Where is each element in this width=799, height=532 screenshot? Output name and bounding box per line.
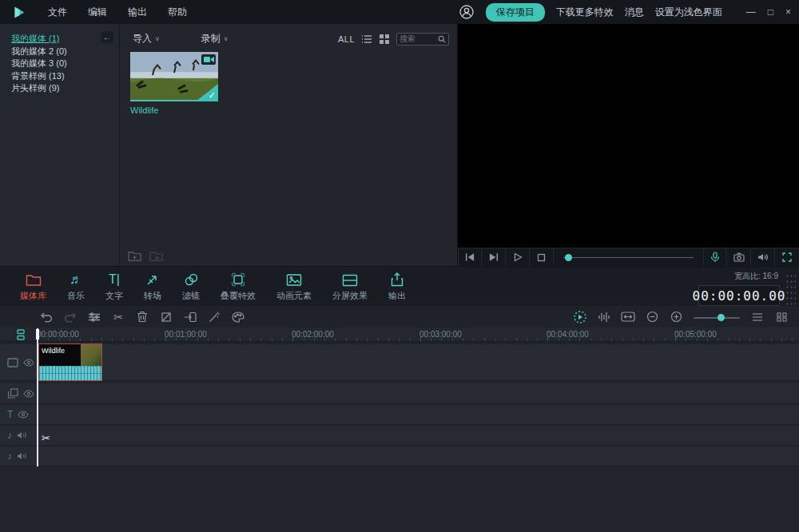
progress-slider[interactable] [563,248,694,267]
previous-frame-button[interactable] [458,248,482,267]
music-track-2[interactable]: ♪ [0,447,799,466]
menu-edit[interactable]: 编辑 [78,6,117,19]
overlay-icon [231,271,245,287]
tab-export[interactable]: 输出 [378,271,416,302]
cut-button[interactable]: ✂ [107,307,129,328]
search-input[interactable] [400,34,438,43]
undo-button[interactable] [35,307,58,328]
color-palette-button[interactable] [227,307,249,328]
sidebar-item-sample-intros[interactable]: 片头样例 (9) [11,82,119,95]
sidebar-item-sample-backgrounds[interactable]: 背景样例 (13) [11,70,119,83]
speaker-icon[interactable] [17,452,27,460]
magic-wand-button[interactable] [203,307,225,328]
zoom-out-button[interactable] [641,307,663,328]
timeline-ruler[interactable]: 00:00:00:00 00:01:00:00 00:02:00:00 00:0… [0,328,799,342]
scissors-cursor-icon: ✂ [42,432,50,444]
tab-text[interactable]: T| 文字 [95,271,133,302]
render-preview-button[interactable] [569,307,591,328]
eye-visibility-icon[interactable] [23,359,34,367]
media-folders-sidebar: 我的媒体 (1) 我的媒体 2 (0) 我的媒体 3 (0) 背景样例 (13)… [0,24,120,266]
adjust-settings-button[interactable] [83,307,105,328]
add-folder-icon[interactable] [128,250,141,262]
tab-media-library[interactable]: 媒体库 [10,271,57,302]
text-track[interactable]: T [0,405,799,425]
next-frame-button[interactable] [482,248,506,267]
sidebar-item-my-media-2[interactable]: 我的媒体 2 (0) [11,46,119,58]
tab-split-screen[interactable]: 分屏效果 [322,271,378,302]
eye-visibility-icon[interactable] [23,390,34,398]
menu-file[interactable]: 文件 [38,6,78,19]
aspect-ratio-label: 宽高比: 16:9 [698,271,778,282]
user-account-icon[interactable] [459,4,475,20]
music-track-1[interactable]: ♪ [0,426,799,446]
preview-panel [457,24,799,266]
light-theme-button[interactable]: 设置为浅色界面 [655,6,722,19]
close-button[interactable]: × [785,6,791,18]
tab-transitions[interactable]: 转场 [133,271,172,302]
save-project-button[interactable]: 保存项目 [486,3,545,22]
audio-mixer-button[interactable] [593,307,615,328]
tab-filters[interactable]: 滤镜 [172,271,210,302]
eye-visibility-icon[interactable] [18,411,29,419]
timeline-grid-view-button[interactable] [770,307,793,328]
clip-thumbnail-image [81,344,101,366]
title-bar: 文件 编辑 输出 帮助 保存项目 下载更多特效 消息 设置为浅色界面 — □ × [0,0,799,24]
timeline-list-view-button[interactable] [746,307,769,328]
maximize-button[interactable]: □ [768,6,773,18]
record-dropdown-button[interactable]: 录制 ∨ [201,32,229,46]
stop-button[interactable] [530,248,554,267]
text-icon: T| [109,271,120,287]
tab-elements[interactable]: 动画元素 [266,271,322,302]
zoom-in-button[interactable] [665,307,687,328]
music-track-icon: ♪ [7,430,12,441]
export-frame-button[interactable] [179,307,201,328]
filter-all-button[interactable]: ALL [338,34,355,44]
delete-folder-icon[interactable] [149,250,163,262]
crop-button[interactable] [155,307,177,328]
search-icon[interactable] [438,35,446,43]
download-effects-button[interactable]: 下载更多特效 [556,6,614,19]
video-track-1[interactable] [0,343,799,381]
split-screen-icon [342,271,358,287]
sidebar-collapse-button[interactable]: ← [101,31,113,43]
grid-view-icon[interactable] [379,34,390,45]
sidebar-item-my-media-3[interactable]: 我的媒体 3 (0) [11,58,119,70]
delete-button[interactable] [131,307,153,328]
tab-overlays[interactable]: 叠覆特效 [210,271,266,302]
media-item-wildlife[interactable]: ✓ [130,52,218,101]
fit-timeline-button[interactable] [617,307,639,328]
chevron-down-icon: ∨ [155,35,160,42]
playhead[interactable] [37,328,38,466]
fullscreen-button[interactable] [775,248,799,267]
import-dropdown-button[interactable]: 导入 ∨ [133,32,160,46]
redo-button[interactable] [59,307,81,328]
speaker-icon[interactable] [17,431,27,439]
playhead-handle[interactable] [36,329,39,339]
progress-thumb[interactable] [565,254,572,261]
tab-music[interactable]: ♬ 音乐 [57,271,95,302]
menu-export[interactable]: 输出 [117,6,157,19]
zoom-slider-thumb[interactable] [718,314,725,321]
volume-button[interactable] [751,248,775,267]
search-box [396,33,449,46]
transition-icon [145,271,160,287]
snapshot-camera-button[interactable] [727,248,751,267]
minimize-button[interactable]: — [746,6,756,18]
timeline-toolbar: ✂ [0,306,799,328]
text-track-icon: T [7,409,13,420]
chevron-down-icon: ∨ [224,35,229,42]
media-footer [128,250,163,262]
menu-help[interactable]: 帮助 [157,6,197,19]
messages-button[interactable]: 消息 [625,6,644,19]
panel-drag-handle[interactable] [785,273,796,305]
timeline-clip-wildlife[interactable]: Wildlife [38,343,102,381]
preview-video-area [458,24,799,248]
list-view-icon[interactable] [361,34,372,45]
play-button[interactable] [506,248,530,267]
voiceover-mic-button[interactable] [703,248,727,267]
app-logo-icon [13,6,26,19]
timeline-zoom-slider[interactable] [694,307,740,328]
manage-tracks-button[interactable] [15,329,26,340]
overlay-track[interactable] [0,383,799,404]
overlay-track-icon [7,388,18,399]
